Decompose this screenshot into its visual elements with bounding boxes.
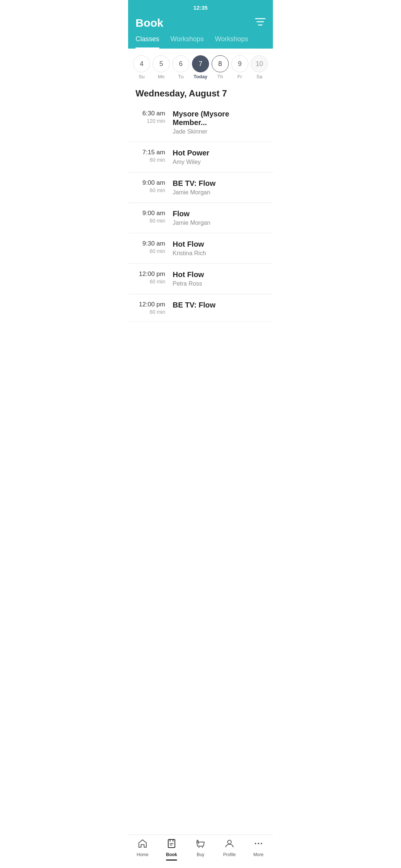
calendar-day-7[interactable]: 7 Today xyxy=(192,55,209,79)
class-time-4: 9:30 am 60 min xyxy=(136,240,173,254)
class-info-2: BE TV: Flow Jamie Morgan xyxy=(173,179,265,196)
header: Book xyxy=(128,13,273,29)
filter-icon[interactable] xyxy=(255,18,265,28)
day-number-9: 9 xyxy=(231,55,248,72)
class-info-1: Hot Power Amy Wiley xyxy=(173,149,265,165)
status-bar: 12:35 xyxy=(128,0,273,13)
class-info-5: Hot Flow Petra Ross xyxy=(173,270,265,287)
class-info-3: Flow Jamie Morgan xyxy=(173,210,265,226)
tab-workshops-2[interactable]: Workshops xyxy=(215,35,248,49)
table-row[interactable]: 9:00 am 60 min Flow Jamie Morgan xyxy=(128,203,273,233)
class-time-1: 7:15 am 60 min xyxy=(136,149,173,163)
page-title: Book xyxy=(136,17,163,29)
class-time-0: 6:30 am 120 min xyxy=(136,110,173,124)
day-number-7: 7 xyxy=(192,55,209,72)
day-number-8: 8 xyxy=(212,55,229,72)
svg-rect-2 xyxy=(258,24,263,26)
svg-rect-1 xyxy=(257,22,264,23)
tab-classes[interactable]: Classes xyxy=(136,35,159,49)
day-label-th: Th xyxy=(217,74,223,79)
calendar-day-8[interactable]: 8 Th xyxy=(212,55,229,79)
day-label-today: Today xyxy=(193,74,207,79)
day-label-tu: Tu xyxy=(178,74,184,79)
day-label-sa: Sa xyxy=(257,74,263,79)
calendar-day-10[interactable]: 10 Sa xyxy=(251,55,268,79)
day-number-6: 6 xyxy=(172,55,189,72)
class-time-6: 12:00 pm 60 min xyxy=(136,301,173,315)
day-number-4: 4 xyxy=(133,55,150,72)
status-time: 12:35 xyxy=(193,4,208,11)
class-info-6: BE TV: Flow xyxy=(173,301,265,311)
svg-rect-0 xyxy=(255,18,265,19)
day-label-mo: Mo xyxy=(158,74,164,79)
tab-bar: Classes Workshops Workshops xyxy=(128,29,273,49)
table-row[interactable]: 12:00 pm 60 min Hot Flow Petra Ross xyxy=(128,264,273,294)
class-time-3: 9:00 am 60 min xyxy=(136,210,173,224)
calendar-day-5[interactable]: 5 Mo xyxy=(153,55,170,79)
table-row[interactable]: 7:15 am 60 min Hot Power Amy Wiley xyxy=(128,142,273,172)
class-time-5: 12:00 pm 60 min xyxy=(136,270,173,285)
calendar-day-6[interactable]: 6 Tu xyxy=(172,55,189,79)
table-row[interactable]: 9:00 am 60 min BE TV: Flow Jamie Morgan xyxy=(128,172,273,203)
class-info-0: Mysore (Mysore Member... Jade Skinner xyxy=(173,110,265,135)
day-label-su: Su xyxy=(138,74,144,79)
day-label-fr: Fr xyxy=(238,74,242,79)
table-row[interactable]: 9:30 am 60 min Hot Flow Kristina Rich xyxy=(128,233,273,264)
calendar-strip: 4 Su 5 Mo 6 Tu 7 Today 8 Th 9 Fr 10 Sa xyxy=(128,49,273,82)
class-list: 6:30 am 120 min Mysore (Mysore Member...… xyxy=(128,103,273,322)
day-number-5: 5 xyxy=(153,55,170,72)
class-time-2: 9:00 am 60 min xyxy=(136,179,173,193)
date-heading: Wednesday, August 7 xyxy=(128,82,273,103)
class-info-4: Hot Flow Kristina Rich xyxy=(173,240,265,257)
table-row[interactable]: 6:30 am 120 min Mysore (Mysore Member...… xyxy=(128,103,273,142)
table-row[interactable]: 12:00 pm 60 min BE TV: Flow xyxy=(128,294,273,322)
calendar-day-9[interactable]: 9 Fr xyxy=(231,55,248,79)
tab-workshops-1[interactable]: Workshops xyxy=(170,35,204,49)
day-number-10: 10 xyxy=(251,55,268,72)
calendar-day-4[interactable]: 4 Su xyxy=(133,55,150,79)
